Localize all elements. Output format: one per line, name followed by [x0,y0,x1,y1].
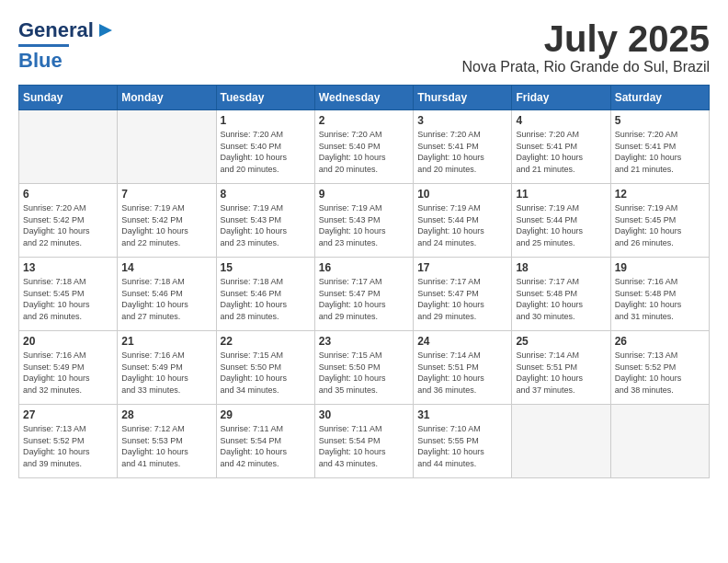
weekday-header-tuesday: Tuesday [216,86,314,110]
day-info: Sunrise: 7:12 AM Sunset: 5:53 PM Dayligh… [121,423,211,469]
calendar-cell [19,110,118,184]
logo-underline [18,44,69,47]
day-info: Sunrise: 7:20 AM Sunset: 5:41 PM Dayligh… [516,129,606,175]
day-info: Sunrise: 7:17 AM Sunset: 5:47 PM Dayligh… [319,276,409,322]
day-info: Sunrise: 7:13 AM Sunset: 5:52 PM Dayligh… [615,350,705,396]
day-number: 9 [319,188,409,201]
day-number: 10 [417,188,507,201]
calendar-cell: 19Sunrise: 7:16 AM Sunset: 5:48 PM Dayli… [610,258,709,331]
day-number: 24 [417,335,507,348]
day-number: 17 [417,261,507,274]
calendar-cell: 24Sunrise: 7:14 AM Sunset: 5:51 PM Dayli… [414,331,512,405]
week-row-3: 20Sunrise: 7:16 AM Sunset: 5:49 PM Dayli… [19,331,710,405]
logo-arrow-icon [96,20,116,40]
week-row-0: 1Sunrise: 7:20 AM Sunset: 5:40 PM Daylig… [19,110,710,184]
day-info: Sunrise: 7:19 AM Sunset: 5:45 PM Dayligh… [615,202,705,248]
day-info: Sunrise: 7:19 AM Sunset: 5:43 PM Dayligh… [319,202,409,248]
day-number: 14 [121,261,211,274]
day-number: 25 [516,335,606,348]
weekday-header-friday: Friday [512,86,610,110]
calendar-body: 1Sunrise: 7:20 AM Sunset: 5:40 PM Daylig… [19,110,710,478]
logo: General Blue [18,18,116,73]
logo-general: General [18,18,94,42]
location: Nova Prata, Rio Grande do Sul, Brazil [462,59,710,75]
day-info: Sunrise: 7:18 AM Sunset: 5:46 PM Dayligh… [221,276,311,322]
day-info: Sunrise: 7:19 AM Sunset: 5:44 PM Dayligh… [417,202,507,248]
calendar-cell: 9Sunrise: 7:19 AM Sunset: 5:43 PM Daylig… [314,184,413,258]
weekday-header-sunday: Sunday [19,86,118,110]
day-info: Sunrise: 7:15 AM Sunset: 5:50 PM Dayligh… [319,350,409,396]
weekday-header-saturday: Saturday [610,86,709,110]
day-info: Sunrise: 7:19 AM Sunset: 5:42 PM Dayligh… [121,202,211,248]
day-number: 8 [221,188,311,201]
calendar-cell: 1Sunrise: 7:20 AM Sunset: 5:40 PM Daylig… [216,110,314,184]
day-info: Sunrise: 7:20 AM Sunset: 5:40 PM Dayligh… [319,129,409,175]
logo-line: General [18,18,116,42]
day-number: 6 [23,188,113,201]
day-number: 4 [516,114,606,127]
day-number: 21 [121,335,211,348]
day-info: Sunrise: 7:14 AM Sunset: 5:51 PM Dayligh… [417,350,507,396]
weekday-header-monday: Monday [118,86,216,110]
day-info: Sunrise: 7:20 AM Sunset: 5:41 PM Dayligh… [417,129,507,175]
day-number: 2 [319,114,409,127]
day-number: 7 [121,188,211,201]
day-info: Sunrise: 7:20 AM Sunset: 5:40 PM Dayligh… [221,129,311,175]
week-row-2: 13Sunrise: 7:18 AM Sunset: 5:45 PM Dayli… [19,258,710,331]
month-title: July 2025 [462,18,710,59]
calendar-cell: 17Sunrise: 7:17 AM Sunset: 5:47 PM Dayli… [414,258,512,331]
day-number: 26 [615,335,705,348]
weekday-header-thursday: Thursday [414,86,512,110]
calendar-cell: 10Sunrise: 7:19 AM Sunset: 5:44 PM Dayli… [414,184,512,258]
day-number: 1 [221,114,311,127]
title-area: July 2025 Nova Prata, Rio Grande do Sul,… [462,18,710,75]
day-number: 12 [615,188,705,201]
calendar-cell: 20Sunrise: 7:16 AM Sunset: 5:49 PM Dayli… [19,331,118,405]
calendar-cell: 14Sunrise: 7:18 AM Sunset: 5:46 PM Dayli… [118,258,216,331]
day-number: 18 [516,261,606,274]
calendar-cell [118,110,216,184]
calendar-cell: 15Sunrise: 7:18 AM Sunset: 5:46 PM Dayli… [216,258,314,331]
calendar-cell: 16Sunrise: 7:17 AM Sunset: 5:47 PM Dayli… [314,258,413,331]
day-number: 30 [319,408,409,421]
header: General Blue July 2025 Nova Prata, Rio G… [18,18,710,75]
day-number: 15 [221,261,311,274]
calendar-cell: 2Sunrise: 7:20 AM Sunset: 5:40 PM Daylig… [314,110,413,184]
day-info: Sunrise: 7:17 AM Sunset: 5:47 PM Dayligh… [417,276,507,322]
day-info: Sunrise: 7:20 AM Sunset: 5:41 PM Dayligh… [615,129,705,175]
calendar-cell: 18Sunrise: 7:17 AM Sunset: 5:48 PM Dayli… [512,258,610,331]
calendar-cell: 26Sunrise: 7:13 AM Sunset: 5:52 PM Dayli… [610,331,709,405]
day-number: 29 [221,408,311,421]
day-number: 19 [615,261,705,274]
calendar-cell: 6Sunrise: 7:20 AM Sunset: 5:42 PM Daylig… [19,184,118,258]
day-info: Sunrise: 7:15 AM Sunset: 5:50 PM Dayligh… [221,350,311,396]
day-info: Sunrise: 7:19 AM Sunset: 5:44 PM Dayligh… [516,202,606,248]
calendar-cell: 12Sunrise: 7:19 AM Sunset: 5:45 PM Dayli… [610,184,709,258]
day-number: 27 [23,408,113,421]
weekday-header-wednesday: Wednesday [314,86,413,110]
weekday-header-row: SundayMondayTuesdayWednesdayThursdayFrid… [19,86,710,110]
day-number: 28 [121,408,211,421]
day-number: 13 [23,261,113,274]
calendar-cell: 22Sunrise: 7:15 AM Sunset: 5:50 PM Dayli… [216,331,314,405]
day-info: Sunrise: 7:11 AM Sunset: 5:54 PM Dayligh… [319,423,409,469]
calendar-cell: 30Sunrise: 7:11 AM Sunset: 5:54 PM Dayli… [314,405,413,478]
calendar-cell: 11Sunrise: 7:19 AM Sunset: 5:44 PM Dayli… [512,184,610,258]
calendar-cell: 23Sunrise: 7:15 AM Sunset: 5:50 PM Dayli… [314,331,413,405]
calendar-cell: 27Sunrise: 7:13 AM Sunset: 5:52 PM Dayli… [19,405,118,478]
day-info: Sunrise: 7:20 AM Sunset: 5:42 PM Dayligh… [23,202,113,248]
calendar-cell: 7Sunrise: 7:19 AM Sunset: 5:42 PM Daylig… [118,184,216,258]
calendar-cell [610,405,709,478]
day-number: 11 [516,188,606,201]
week-row-1: 6Sunrise: 7:20 AM Sunset: 5:42 PM Daylig… [19,184,710,258]
logo-blue: Blue [18,49,63,73]
calendar-cell: 4Sunrise: 7:20 AM Sunset: 5:41 PM Daylig… [512,110,610,184]
day-info: Sunrise: 7:16 AM Sunset: 5:49 PM Dayligh… [23,350,113,396]
day-info: Sunrise: 7:13 AM Sunset: 5:52 PM Dayligh… [23,423,113,469]
day-number: 23 [319,335,409,348]
day-number: 20 [23,335,113,348]
calendar-cell: 28Sunrise: 7:12 AM Sunset: 5:53 PM Dayli… [118,405,216,478]
day-info: Sunrise: 7:16 AM Sunset: 5:48 PM Dayligh… [615,276,705,322]
day-info: Sunrise: 7:11 AM Sunset: 5:54 PM Dayligh… [221,423,311,469]
calendar-cell: 21Sunrise: 7:16 AM Sunset: 5:49 PM Dayli… [118,331,216,405]
